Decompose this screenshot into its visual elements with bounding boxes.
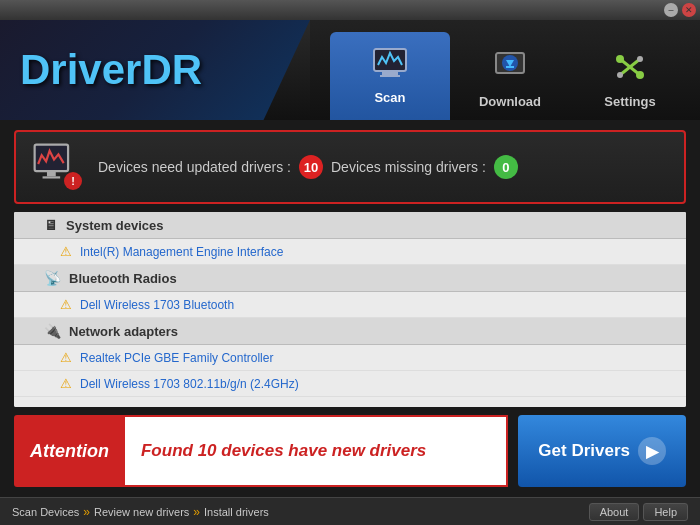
status-bar: ! Devices need updated drivers : 10 Devi… <box>14 130 686 204</box>
device-label: Dell Wireless 1703 802.11b/g/n (2.4GHz) <box>80 377 299 391</box>
category-label: Network adapters <box>69 324 178 339</box>
about-button[interactable]: About <box>589 503 640 521</box>
logo-text-blue: DR <box>141 46 202 93</box>
svg-point-12 <box>617 72 623 78</box>
device-label: Realtek PCIe GBE Family Controller <box>80 351 273 365</box>
attention-message: Found 10 devices have new drivers <box>125 415 508 487</box>
breadcrumb-scan[interactable]: Scan Devices <box>12 506 79 518</box>
arrow-icon: ▶ <box>638 437 666 465</box>
get-drivers-label: Get Drivers <box>538 441 630 461</box>
svg-rect-1 <box>382 71 398 75</box>
footer: Scan Devices » Review new drivers » Inst… <box>0 497 700 525</box>
device-list-container: 🖥System devices⚠Intel(R) Management Engi… <box>14 212 686 407</box>
minimize-button[interactable]: – <box>664 3 678 17</box>
status-text1: Devices need updated drivers : <box>98 159 291 175</box>
get-drivers-button[interactable]: Get Drivers ▶ <box>518 415 686 487</box>
warning-icon: ⚠ <box>60 244 72 259</box>
breadcrumb-arrow-1: » <box>83 505 90 519</box>
settings-tab-icon <box>612 51 648 90</box>
category-label: Bluetooth Radios <box>69 271 177 286</box>
device-item[interactable]: ⚠Realtek PCIe GBE Family Controller <box>14 345 686 371</box>
header: DriverDR Scan <box>0 20 700 120</box>
breadcrumb-review[interactable]: Review new drivers <box>94 506 189 518</box>
category-icon: 🖥 <box>44 217 58 233</box>
category-icon: 🔌 <box>44 323 61 339</box>
status-text2: Devices missing drivers : <box>331 159 486 175</box>
app-logo: DriverDR <box>20 46 202 94</box>
logo-text-white: Driver <box>20 46 141 93</box>
svg-rect-15 <box>43 176 61 178</box>
close-button[interactable]: ✕ <box>682 3 696 17</box>
badge-updated-count: 10 <box>299 155 323 179</box>
svg-point-11 <box>637 56 643 62</box>
device-item[interactable]: ⚠Dell Wireless 1703 Bluetooth <box>14 292 686 318</box>
warning-icon: ⚠ <box>60 376 72 391</box>
attention-bar: Attention Found 10 devices have new driv… <box>14 415 686 487</box>
breadcrumb-install[interactable]: Install drivers <box>204 506 269 518</box>
svg-rect-2 <box>380 75 400 77</box>
warning-icon: ⚠ <box>60 350 72 365</box>
download-tab-icon <box>492 51 528 90</box>
device-item[interactable]: ⚠Dell Wireless 1703 802.11b/g/n (2.4GHz) <box>14 371 686 397</box>
tab-scan-label: Scan <box>374 90 405 105</box>
titlebar: – ✕ <box>0 0 700 20</box>
content-area: ! Devices need updated drivers : 10 Devi… <box>0 120 700 497</box>
footer-breadcrumbs: Scan Devices » Review new drivers » Inst… <box>12 505 269 519</box>
device-label: Intel(R) Management Engine Interface <box>80 245 283 259</box>
category-label: System devices <box>66 218 164 233</box>
category-icon: 📡 <box>44 270 61 286</box>
alert-badge: ! <box>64 172 82 190</box>
tab-settings[interactable]: Settings <box>570 40 690 120</box>
svg-rect-14 <box>47 171 56 176</box>
badge-missing-count: 0 <box>494 155 518 179</box>
tab-download[interactable]: Download <box>450 40 570 120</box>
breadcrumb-arrow-2: » <box>193 505 200 519</box>
app-container: DriverDR Scan <box>0 20 700 525</box>
device-category: 🖥System devices <box>14 212 686 239</box>
svg-point-10 <box>636 71 644 79</box>
device-category: 📡Bluetooth Radios <box>14 265 686 292</box>
svg-point-9 <box>616 55 624 63</box>
attention-label: Attention <box>14 415 125 487</box>
svg-rect-6 <box>506 66 514 68</box>
device-item[interactable]: ⚠Intel(R) Management Engine Interface <box>14 239 686 265</box>
tab-settings-label: Settings <box>604 94 655 109</box>
logo-area: DriverDR <box>0 20 310 120</box>
device-category: 🔌Network adapters <box>14 318 686 345</box>
nav-tabs: Scan Download <box>310 20 700 120</box>
warning-icon: ⚠ <box>60 297 72 312</box>
help-button[interactable]: Help <box>643 503 688 521</box>
attention-message-text: Found 10 devices have new drivers <box>141 441 426 461</box>
status-text: Devices need updated drivers : 10 Device… <box>98 155 518 179</box>
device-list[interactable]: 🖥System devices⚠Intel(R) Management Engi… <box>14 212 686 407</box>
device-label: Dell Wireless 1703 Bluetooth <box>80 298 234 312</box>
status-icon: ! <box>32 142 82 192</box>
scan-tab-icon <box>372 47 408 86</box>
tab-scan[interactable]: Scan <box>330 32 450 120</box>
tab-download-label: Download <box>479 94 541 109</box>
footer-buttons: About Help <box>589 503 688 521</box>
